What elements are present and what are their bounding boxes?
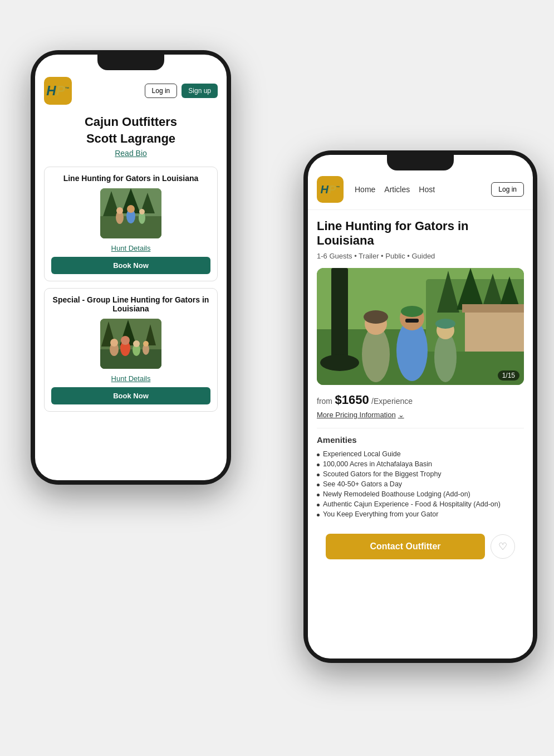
amenity-item-0: Experienced Local Guide [317,449,524,459]
login-button-1[interactable]: Log in [145,84,178,98]
price-unit: /Experience [371,397,413,406]
hunt-main-photo-svg [317,268,524,385]
outfitter-name: Cajun Outfitters Scott Lagrange [44,115,218,147]
svg-rect-44 [405,319,419,323]
svg-point-8 [116,207,123,214]
nav-home[interactable]: Home [355,185,375,194]
amenity-text-5: Authentic Cajun Experience - Food & Hosp… [323,500,501,508]
svg-point-34 [320,354,359,371]
nav-links: Home Articles Host [355,185,480,194]
hunt-details-link-1[interactable]: Hunt Details [51,244,210,252]
hunt-meta: 1-6 Guests • Trailer • Public • Guided [317,252,524,260]
amenity-item-6: You Keep Everything from your Gator [317,509,524,519]
phone-device-1: HP™ Log in Sign up Cajun Outfitters Scot… [31,50,231,485]
hunt-title-1: Line Hunting for Gators in Louisiana [51,174,210,183]
bullet-3 [317,484,320,486]
bullet-0 [317,453,320,456]
svg-point-40 [401,306,423,317]
read-bio-link[interactable]: Read Bio [44,149,218,158]
amenity-text-2: Scouted Gators for the Biggest Trophy [323,470,442,478]
svg-rect-33 [331,268,348,363]
price-amount: $1650 [335,393,369,407]
svg-point-22 [133,340,140,347]
bullet-2 [317,474,320,476]
nav-host[interactable]: Host [419,185,435,194]
amenity-text-1: 100,000 Acres in Atchafalaya Basin [323,460,432,468]
svg-marker-32 [462,304,524,313]
svg-point-9 [127,205,135,213]
hunt-image-2 [100,319,161,369]
hunt-card-2: Special - Group Line Hunting for Gators … [44,288,218,412]
amenity-item-4: Newly Remodeled Boathouse Lodging (Add-o… [317,489,524,499]
login-button-2[interactable]: Log in [491,182,524,197]
amenity-item-5: Authentic Cajun Experience - Food & Hosp… [317,499,524,509]
hunt-title-2: Special - Group Line Hunting for Gators … [51,295,210,313]
svg-point-20 [110,339,118,347]
bullet-5 [317,504,320,506]
hunt-photo-svg-2 [100,319,161,369]
amenity-text-4: Newly Remodeled Boathouse Lodging (Add-o… [323,490,470,498]
hunt-image-1 [100,188,161,238]
bullet-4 [317,494,320,496]
phone-notch-2 [387,155,454,170]
favorite-button[interactable]: ♡ [491,534,515,559]
phone1-header: HP™ Log in Sign up [44,77,218,105]
price-row: from $1650 /Experience [317,393,524,407]
phone-notch-1 [97,55,164,70]
hunt-title-main: Line Hunting for Gators in Louisiana [317,219,524,248]
amenity-item-1: 100,000 Acres in Atchafalaya Basin [317,459,524,469]
svg-point-10 [139,209,145,214]
phone-device-2: HP™ Home Articles Host Log in Line Hunti… [303,150,537,663]
nav-articles[interactable]: Articles [384,185,410,194]
svg-rect-12 [100,349,161,369]
hp-logo-2: HP™ [317,176,344,203]
svg-rect-31 [465,313,524,352]
signup-button[interactable]: Sign up [182,84,218,98]
phone2-nav: HP™ Home Articles Host Log in [308,176,533,210]
svg-point-21 [121,336,130,345]
amenity-text-6: You Keep Everything from your Gator [323,510,438,518]
cta-row: Contact Outfitter ♡ [317,525,524,568]
hunt-details-link-2[interactable]: Hunt Details [51,374,210,383]
amenity-item-3: See 40-50+ Gators a Day [317,479,524,489]
auth-buttons: Log in Sign up [145,84,218,98]
chevron-down-icon: ⌄ [398,411,404,419]
amenity-text-3: See 40-50+ Gators a Day [323,480,402,488]
contact-outfitter-button[interactable]: Contact Outfitter [326,534,485,559]
svg-point-37 [364,310,388,324]
book-now-button-1[interactable]: Book Now [51,257,210,274]
photo-counter: 1/15 [498,370,519,381]
svg-point-41 [434,332,457,382]
amenity-text-0: Experienced Local Guide [323,450,401,458]
phone2-content: Line Hunting for Gators in Louisiana 1-6… [308,210,533,639]
hunt-photo-svg-1 [100,188,161,238]
divider [317,428,524,428]
outfitter-name-line2: Scott Lagrange [44,131,218,146]
bullet-6 [317,514,320,516]
hunt-photo[interactable]: 1/15 [317,268,524,385]
amenity-item-2: Scouted Gators for the Biggest Trophy [317,469,524,479]
hunt-card-1: Line Hunting for Gators in Louisiana [44,167,218,281]
hp-logo-1: HP™ [44,77,72,105]
heart-icon: ♡ [498,540,507,553]
price-from: from [317,397,332,406]
outfitter-name-line1: Cajun Outfitters [44,115,218,129]
more-pricing-link[interactable]: More Pricing Information ⌄ [317,411,524,419]
book-now-button-2[interactable]: Book Now [51,387,210,404]
svg-point-43 [435,319,455,329]
amenities-list: Experienced Local Guide 100,000 Acres in… [317,449,524,519]
bullet-1 [317,464,320,466]
svg-point-23 [143,341,149,347]
amenities-title: Amenities [317,435,524,445]
